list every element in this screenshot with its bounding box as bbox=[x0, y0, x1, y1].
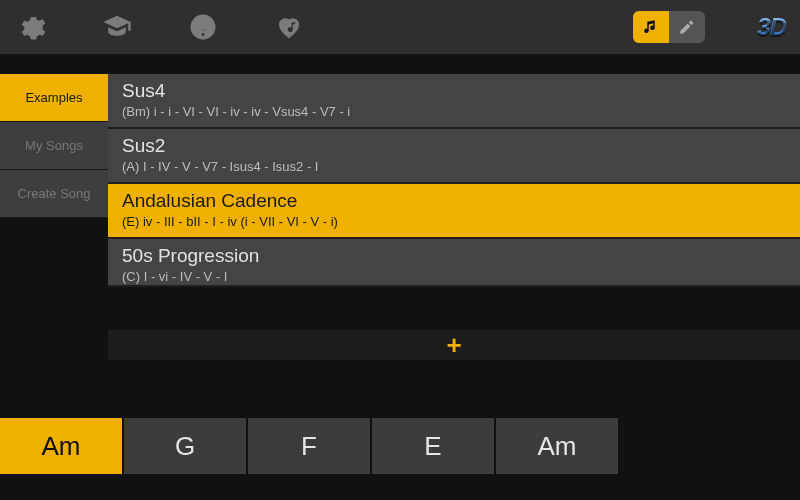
chord-button[interactable]: Am bbox=[496, 418, 620, 474]
list-item[interactable]: Sus4 (Bm) i - i - VI - VI - iv - iv - Vs… bbox=[108, 74, 800, 129]
plus-icon: + bbox=[446, 330, 461, 361]
sidebar: Examples My Songs Create Song bbox=[0, 74, 108, 360]
chord-button[interactable]: Am bbox=[0, 418, 124, 474]
list-item-sub: (Bm) i - i - VI - VI - iv - iv - Vsus4 -… bbox=[122, 104, 786, 119]
list-item[interactable]: Sus2 (A) I - IV - V - V7 - Isus4 - Isus2… bbox=[108, 129, 800, 184]
mode-toggle[interactable] bbox=[633, 11, 705, 43]
mode-edit-icon[interactable] bbox=[669, 11, 705, 43]
sidebar-tab-examples[interactable]: Examples bbox=[0, 74, 108, 122]
graduation-cap-icon[interactable] bbox=[100, 10, 134, 44]
chord-button[interactable]: G bbox=[124, 418, 248, 474]
heart-music-icon[interactable] bbox=[272, 10, 306, 44]
chord-bar: Am G F E Am bbox=[0, 418, 800, 474]
sidebar-tab-create-song[interactable]: Create Song bbox=[0, 170, 108, 218]
gear-icon[interactable] bbox=[14, 10, 48, 44]
top-toolbar: 3D bbox=[0, 0, 800, 54]
list-item[interactable]: Andalusian Cadence (E) iv - III - bII - … bbox=[108, 184, 800, 239]
progression-list: Sus4 (Bm) i - i - VI - VI - iv - iv - Vs… bbox=[108, 74, 800, 360]
main-panel: Examples My Songs Create Song Sus4 (Bm) … bbox=[0, 74, 800, 360]
chord-button[interactable]: E bbox=[372, 418, 496, 474]
three-d-button[interactable]: 3D bbox=[757, 13, 786, 41]
list-item-sub: (E) iv - III - bII - I - iv (i - VII - V… bbox=[122, 214, 786, 229]
list-item-title: 50s Progression bbox=[122, 245, 786, 267]
mode-music-icon[interactable] bbox=[633, 11, 669, 43]
list-item[interactable]: 50s Progression (C) I - vi - IV - V - I bbox=[108, 239, 800, 287]
list-item-title: Sus4 bbox=[122, 80, 786, 102]
add-button[interactable]: + bbox=[108, 330, 800, 360]
list-item-sub: (C) I - vi - IV - V - I bbox=[122, 269, 786, 284]
list-item-title: Sus2 bbox=[122, 135, 786, 157]
list-item-sub: (A) I - IV - V - V7 - Isus4 - Isus2 - I bbox=[122, 159, 786, 174]
sidebar-tab-my-songs[interactable]: My Songs bbox=[0, 122, 108, 170]
help-icon[interactable] bbox=[186, 10, 220, 44]
list-item-title: Andalusian Cadence bbox=[122, 190, 786, 212]
chord-button[interactable]: F bbox=[248, 418, 372, 474]
